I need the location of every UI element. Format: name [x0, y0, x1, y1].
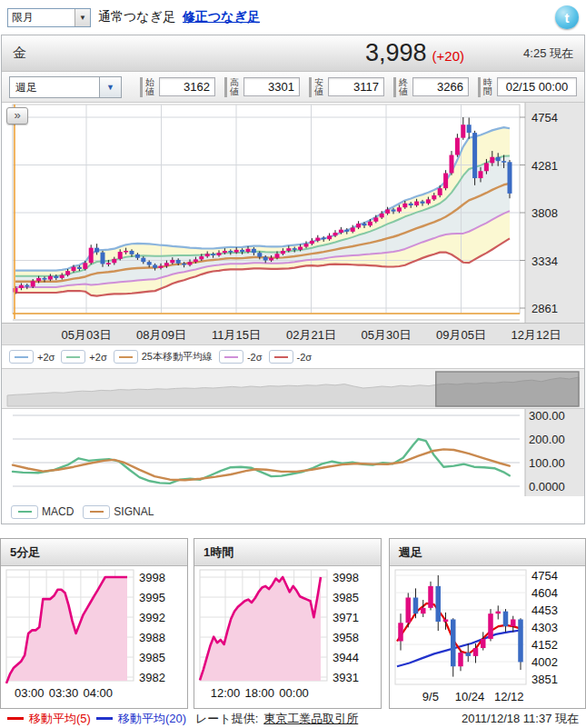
macd-legend: MACDSIGNAL: [2, 500, 584, 524]
svg-text:3985: 3985: [139, 651, 165, 664]
x-axis-date-labels: 05月03日08月09日11月15日02月21日05月30日09月05日12月1…: [2, 323, 584, 344]
svg-text:4453: 4453: [531, 603, 558, 617]
expand-chart-button[interactable]: »: [6, 107, 28, 125]
bollinger-legend: +2σ+2σ25本移動平均線-2σ-2σ: [2, 344, 584, 368]
svg-text:4303: 4303: [531, 621, 558, 634]
field-value: 3117: [328, 77, 384, 96]
ohlc-fields: 始値3162高値3301安値3117終値3266時間02/15 00:00: [140, 77, 577, 97]
chevron-down-icon[interactable]: ▼: [74, 9, 90, 26]
mini-chart-5min-title: 5分足: [1, 539, 187, 566]
svg-text:04:00: 04:00: [84, 686, 114, 700]
ma20-legend-label: 移動平均(20): [118, 711, 186, 727]
svg-text:300.00: 300.00: [529, 409, 565, 423]
date-label: 12月12日: [512, 327, 561, 344]
legend-label: SIGNAL: [114, 505, 154, 518]
normal-series-label: 通常つなぎ足: [98, 9, 175, 25]
legend-label: MACD: [42, 505, 74, 518]
navigator-selection[interactable]: [436, 372, 579, 406]
svg-text:18:00: 18:00: [245, 686, 275, 700]
svg-text:3992: 3992: [139, 611, 165, 624]
macd-panel: 300.00200.00100.000.0000 MACDSIGNAL: [2, 408, 584, 524]
svg-text:3998: 3998: [333, 571, 359, 584]
timeframe-select[interactable]: 週足 ▼: [9, 76, 122, 98]
legend-label: 25本移動平均線: [142, 350, 213, 364]
ma20-line-swatch: [96, 717, 113, 720]
price-time: 4:25 現在: [464, 45, 573, 62]
field-value: 3266: [412, 77, 469, 96]
field-label: 時間: [483, 78, 494, 96]
date-label: 05月30日: [362, 327, 412, 344]
svg-text:3944: 3944: [333, 651, 359, 664]
svg-text:4152: 4152: [531, 638, 558, 652]
svg-text:10/24: 10/24: [455, 690, 485, 703]
svg-text:0.0000: 0.0000: [529, 480, 565, 494]
date-label: 05月03日: [62, 327, 112, 344]
field-value: 3301: [243, 77, 300, 96]
navigator-canvas[interactable]: [2, 369, 584, 409]
field-divider: [140, 77, 143, 97]
field-終値: 終値3266: [393, 77, 469, 97]
field-label: 終値: [399, 78, 410, 96]
price-change: (+20): [432, 48, 464, 64]
macd-canvas: 300.00200.00100.000.0000: [2, 409, 584, 496]
chevron-down-icon[interactable]: ▼: [100, 76, 122, 98]
contract-select[interactable]: 限月 ▼: [7, 8, 91, 27]
svg-text:12:00: 12:00: [211, 686, 241, 700]
svg-text:3334: 3334: [531, 254, 558, 268]
legend-line-swatch: [269, 350, 293, 364]
legend-label: +2σ: [37, 352, 55, 363]
mini-charts-row: 5分足 39983995399239883985398203:0003:3004…: [0, 538, 586, 709]
svg-text:3958: 3958: [333, 631, 359, 644]
field-時間: 時間02/15 00:00: [478, 77, 577, 97]
macd-legend-item: SIGNAL: [83, 505, 154, 519]
legend-item: -2σ: [269, 350, 313, 364]
mini-chart-5min: 5分足 39983995399239883985398203:0003:3004…: [0, 538, 188, 709]
svg-text:03:00: 03:00: [15, 686, 45, 700]
date-label: 02月21日: [286, 327, 336, 344]
legend-item: -2σ: [219, 350, 263, 364]
twitter-icon[interactable]: t: [555, 5, 579, 29]
rate-source-label: レート提供:: [195, 711, 258, 727]
legend-item: +2σ: [9, 350, 55, 364]
svg-text:3808: 3808: [531, 206, 558, 220]
legend-line-swatch: [61, 350, 85, 364]
svg-text:4754: 4754: [531, 569, 558, 583]
mini-chart-1hour: 1時間 39983985397139583944393112:0018:0000…: [194, 538, 382, 709]
field-label: 始値: [145, 78, 156, 96]
legend-line-swatch: [114, 350, 138, 364]
field-安値: 安値3117: [309, 77, 384, 97]
svg-text:2861: 2861: [531, 302, 558, 315]
adjusted-series-link[interactable]: 修正つなぎ足: [183, 9, 260, 25]
svg-text:3985: 3985: [333, 591, 359, 604]
mini-chart-1hour-title: 1時間: [194, 539, 381, 566]
footer-bar: 移動平均(5) 移動平均(20) レート提供: 東京工業品取引所 2011/12…: [0, 709, 586, 728]
svg-text:3995: 3995: [139, 591, 165, 604]
date-label: 08月09日: [136, 327, 186, 344]
main-candlestick-chart[interactable]: » 47544281380833342861: [2, 103, 584, 323]
chart-toolbar: 週足 ▼ 始値3162高値3301安値3117終値3266時間02/15 00:…: [2, 72, 584, 103]
svg-text:12/12: 12/12: [494, 690, 524, 703]
legend-line-swatch: [83, 505, 110, 519]
svg-text:3998: 3998: [139, 571, 165, 584]
legend-line-swatch: [219, 350, 243, 364]
svg-text:4754: 4754: [531, 111, 558, 125]
main-chart-canvas[interactable]: 47544281380833342861: [2, 103, 584, 323]
mini-chart-weekly-title: 週足: [390, 539, 585, 566]
field-divider: [309, 77, 312, 97]
svg-text:00:00: 00:00: [279, 686, 309, 700]
date-label: 09月05日: [436, 327, 486, 344]
ma5-legend-label: 移動平均(5): [29, 711, 91, 727]
contract-select-value: 限月: [8, 10, 74, 25]
svg-text:9/5: 9/5: [422, 690, 439, 703]
timeframe-select-value: 週足: [9, 76, 100, 98]
field-value: 3162: [159, 77, 215, 96]
legend-label: -2σ: [297, 352, 313, 363]
svg-text:100.00: 100.00: [529, 456, 565, 470]
svg-text:3982: 3982: [139, 671, 165, 684]
rate-source-link[interactable]: 東京工業品取引所: [263, 711, 358, 727]
svg-text:4002: 4002: [531, 655, 558, 669]
date-label: 11月15日: [212, 327, 261, 344]
legend-label: +2σ: [89, 352, 106, 363]
chart-navigator[interactable]: [2, 368, 584, 408]
legend-line-swatch: [11, 505, 38, 519]
